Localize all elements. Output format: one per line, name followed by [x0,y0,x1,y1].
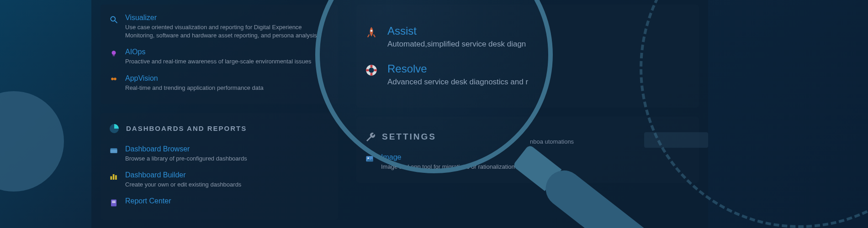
item-visualizer[interactable]: Visualizer Use case oriented visualizati… [109,11,330,45]
svg-point-15 [370,30,373,32]
svg-rect-11 [115,175,117,180]
item-resolve[interactable]: Resolve Advanced service desk diagnostic… [365,56,691,94]
dashboards-header: DASHBOARDS AND REPORTS [109,119,330,142]
item-title: Dashboard Builder [125,171,330,179]
item-title: Resolve [387,62,691,75]
svg-point-2 [112,51,116,55]
settings-card: SETTINGS Image Image and app tool for mi… [356,117,699,183]
item-dashboard-builder[interactable]: Dashboard Builder Create your own or edi… [109,168,330,194]
svg-rect-8 [111,150,117,153]
svg-point-19 [368,157,369,159]
svg-rect-14 [112,202,116,203]
item-report-center[interactable]: Report Center [109,194,330,213]
left-column: Visualizer Use case oriented visualizati… [91,0,347,228]
main-panel: Visualizer Use case oriented visualizati… [91,0,708,228]
svg-rect-3 [113,55,115,57]
search-icon [109,15,119,25]
item-desc: Proactive and real-time awareness of lar… [125,57,330,66]
section-title: DASHBOARDS AND REPORTS [126,124,247,132]
item-title: Dashboard Browser [125,145,330,153]
lifebuoy-icon [365,63,378,77]
item-image[interactable]: Image Image and app tool for migrations … [365,150,691,176]
item-title: Image [381,153,691,161]
item-desc: Advanced service desk diagnostics and r [387,77,691,88]
item-desc: Real-time and trending application perfo… [125,84,330,92]
service-desk-card: Assist Automated,simplified service desk… [356,5,699,108]
item-appvision[interactable]: AppVision Real-time and trending applica… [109,72,330,98]
svg-rect-13 [112,201,116,202]
side-card-stub [644,132,708,148]
item-desc: Automated,simplified service desk diagn [387,39,691,50]
item-title: AppVision [125,74,330,83]
wrench-icon [365,131,376,142]
svg-point-17 [369,67,374,73]
item-title: AIOps [125,48,330,56]
hint-text: nboa utomations [530,138,574,145]
background-circle [0,91,64,192]
item-desc: Browse a library of pre-configured dashb… [125,155,330,163]
svg-point-4 [111,78,114,80]
pie-icon [109,123,120,134]
settings-header: SETTINGS [365,128,691,150]
item-title: Report Center [125,197,330,205]
item-title: Assist [387,25,691,37]
top-tools-card: Visualizer Use case oriented visualizati… [101,5,338,104]
svg-line-1 [115,21,117,23]
chart-icon [109,172,119,182]
svg-rect-10 [113,174,115,180]
report-icon [109,198,119,208]
item-dashboard-browser[interactable]: Dashboard Browser Browse a library of pr… [109,142,330,168]
item-assist[interactable]: Assist Automated,simplified service desk… [365,18,691,56]
bulb-icon [109,49,119,59]
section-title: SETTINGS [382,132,436,142]
rocket-icon [365,26,378,39]
svg-point-5 [114,78,116,80]
binoculars-icon [109,75,119,85]
item-aiops[interactable]: AIOps Proactive and real-time awareness … [109,45,330,71]
image-icon [365,154,375,164]
folder-icon [109,146,119,156]
right-column: Assist Automated,simplified service desk… [347,0,708,228]
item-title: Visualizer [125,14,330,22]
dashboards-card: DASHBOARDS AND REPORTS Dashboard Browser… [101,113,338,220]
item-desc: Use case oriented visualization and repo… [125,23,330,40]
item-desc: Create your own or edit existing dashboa… [125,181,330,189]
item-desc: Image and app tool for migrations or rat… [381,163,691,171]
svg-rect-9 [111,176,112,180]
svg-point-0 [111,16,115,21]
